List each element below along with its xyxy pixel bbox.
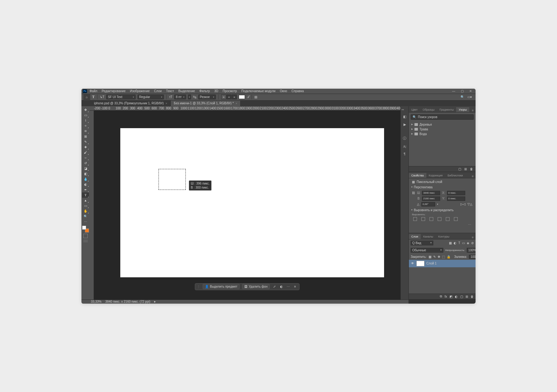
ruler-horizontal[interactable]: -200-10001002003004005006007008009001000…: [90, 106, 400, 111]
zoom-tool-icon[interactable]: 🔍: [82, 214, 89, 219]
layer-filter-dropdown[interactable]: Q Вид▾: [411, 241, 433, 245]
hand-tool-icon[interactable]: ✋: [82, 208, 89, 214]
delete-layer-icon[interactable]: 🗑: [471, 295, 474, 298]
warp-text-icon[interactable]: 𝒯: [247, 95, 249, 99]
color-picker[interactable]: [82, 226, 89, 233]
align-bottom-btn[interactable]: [454, 217, 458, 221]
foreground-color[interactable]: [82, 226, 86, 230]
panel-menu-icon[interactable]: ≡: [470, 109, 476, 112]
align-left-btn[interactable]: [413, 217, 417, 221]
paragraph-panel-icon[interactable]: ▤: [254, 95, 257, 99]
mask-icon[interactable]: ◩: [450, 295, 452, 298]
filter-type-icon[interactable]: T: [458, 241, 460, 245]
link-layers-icon[interactable]: ⧉: [440, 295, 442, 298]
doc-tab-1[interactable]: iphone.psd @ 33,3% (Прямоугольник 1, RGB…: [91, 101, 171, 106]
tab-color[interactable]: Цвет: [409, 107, 420, 112]
wand-tool-icon[interactable]: ✧: [82, 123, 89, 128]
transform-icon[interactable]: ⤢: [272, 285, 277, 289]
menu-edit[interactable]: Редактирование: [100, 89, 128, 93]
type-tool-icon[interactable]: T: [82, 192, 89, 198]
close-tab-icon[interactable]: ×: [166, 102, 167, 105]
new-layer-icon[interactable]: ⊞: [466, 295, 468, 298]
dodge-tool-icon[interactable]: ◐: [82, 182, 89, 187]
zoom-level[interactable]: 33,33%: [91, 300, 102, 303]
width-input[interactable]: 3840 пикс: [422, 191, 440, 195]
align-top-btn[interactable]: [438, 217, 441, 221]
workspace-icon[interactable]: ▭▾: [467, 95, 472, 99]
tab-channels[interactable]: Каналы: [421, 234, 436, 239]
eyedropper-tool-icon[interactable]: ✎: [82, 139, 89, 144]
panel-menu-icon[interactable]: ≡: [470, 236, 476, 239]
learn-icon[interactable]: ◧: [403, 115, 406, 119]
screen-mode-icon[interactable]: [83, 239, 88, 243]
menu-view[interactable]: Просмотр: [221, 89, 239, 93]
filter-adjust-icon[interactable]: ◐: [454, 241, 456, 245]
menu-help[interactable]: Справка: [290, 89, 306, 93]
doc-dimensions[interactable]: 3840 пикс. x 2160 пикс. (72 ppi): [105, 300, 150, 303]
opacity-input[interactable]: 100%▾: [467, 248, 476, 253]
filter-pixel-icon[interactable]: ▦: [449, 241, 452, 245]
section-align[interactable]: ▾Выровнять и распределить: [409, 207, 476, 213]
char-icon[interactable]: A|: [403, 144, 406, 148]
menu-3d[interactable]: 3D: [212, 89, 220, 93]
edit-toolbar-icon[interactable]: ⋯: [82, 219, 89, 224]
menu-layers[interactable]: Слои: [152, 89, 164, 93]
path-select-tool-icon[interactable]: ▲: [82, 198, 89, 203]
fx-icon[interactable]: fx: [445, 295, 447, 298]
height-input[interactable]: 2160 пикс: [422, 196, 440, 201]
tab-patterns[interactable]: Узоры: [456, 107, 469, 112]
heal-tool-icon[interactable]: ✚: [82, 144, 89, 150]
menu-window[interactable]: Окно: [278, 89, 289, 93]
frame-tool-icon[interactable]: ⊠: [82, 134, 89, 139]
adjustment-icon[interactable]: ◐: [455, 295, 458, 298]
home-button[interactable]: ⌂: [83, 94, 90, 101]
eraser-tool-icon[interactable]: ◪: [82, 166, 89, 171]
gradient-tool-icon[interactable]: ◧: [82, 171, 89, 176]
new-item-icon[interactable]: ⊞: [464, 167, 467, 171]
brush-tool-icon[interactable]: 🖌: [82, 150, 89, 155]
y-input[interactable]: 0 пикс.: [447, 196, 465, 201]
drag-handle-icon[interactable]: ⋮: [197, 285, 200, 288]
pattern-search-input[interactable]: 🔍Поиск узоров: [411, 114, 474, 120]
status-chevron-icon[interactable]: ▶: [154, 301, 156, 303]
ruler-vertical[interactable]: [90, 111, 94, 300]
visibility-icon[interactable]: 👁: [411, 262, 414, 265]
remove-bg-button[interactable]: 🖼Удалить фон: [242, 284, 270, 289]
info-icon[interactable]: ⓘ: [403, 136, 406, 141]
menu-file[interactable]: Файл: [88, 89, 99, 93]
antialias-dropdown[interactable]: Резкое▾: [198, 95, 216, 99]
lock-pos-icon[interactable]: ✎: [433, 255, 436, 259]
marquee-tool-icon[interactable]: ▭: [82, 112, 89, 118]
tool-type-icon[interactable]: T: [92, 95, 95, 99]
paragraph-icon[interactable]: ¶: [404, 152, 406, 156]
menu-image[interactable]: Изображение: [128, 89, 152, 93]
menu-text[interactable]: Текст: [164, 89, 176, 93]
orient-toggle-icon[interactable]: ↳T: [100, 95, 104, 99]
tab-libraries[interactable]: Библиотеки: [445, 173, 466, 178]
blend-mode-dropdown[interactable]: Обычные▾: [411, 248, 443, 253]
group-icon[interactable]: ▢: [460, 295, 463, 298]
lock-nest-icon[interactable]: ⬚: [442, 255, 445, 259]
properties-icon[interactable]: ≡: [293, 285, 297, 289]
trash-icon[interactable]: 🗑: [470, 167, 473, 171]
shape-tool-icon[interactable]: ▭: [82, 203, 89, 208]
font-family-dropdown[interactable]: SF UI Text▾: [106, 95, 136, 99]
font-weight-dropdown[interactable]: Regular▾: [138, 95, 164, 99]
filter-smart-icon[interactable]: ◈: [467, 241, 469, 245]
lasso-tool-icon[interactable]: ⌇: [82, 118, 89, 123]
flip-h-icon[interactable]: ▷◁: [461, 202, 466, 206]
more-align-icon[interactable]: ⋯: [409, 222, 476, 227]
align-left-icon[interactable]: ≡: [221, 95, 226, 99]
tab-properties[interactable]: Свойства: [409, 173, 426, 178]
aa-dropdown-prefix[interactable]: ▾: [188, 95, 191, 99]
layer-row-1[interactable]: 👁 Слой 1: [409, 260, 476, 267]
menu-select[interactable]: Выделение: [176, 89, 197, 93]
blur-tool-icon[interactable]: 💧: [82, 176, 89, 182]
select-subject-button[interactable]: 👤Выделить предмет: [203, 284, 240, 289]
x-input[interactable]: 0 пикс.: [447, 191, 465, 195]
tree-item-trees[interactable]: ▶Деревья: [411, 122, 473, 127]
font-size-dropdown[interactable]: 8 пт▾: [174, 95, 186, 99]
filter-toggle-icon[interactable]: ⊘: [471, 241, 474, 245]
lock-icon[interactable]: 🔒: [447, 255, 450, 259]
tab-adjustments[interactable]: Коррекция: [426, 173, 445, 178]
